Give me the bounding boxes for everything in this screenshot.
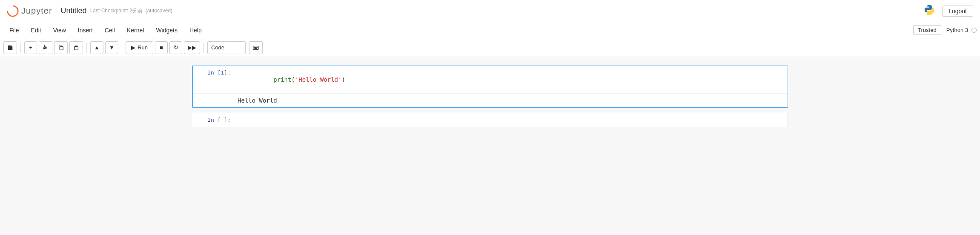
move-up-button[interactable]: ▲ (90, 41, 103, 54)
top-bar: Jupyter Untitled Last Checkpoint: 2分前 (a… (0, 0, 980, 22)
jupyter-wordmark: Jupyter (21, 6, 52, 16)
menu-cell[interactable]: Cell (99, 24, 121, 36)
code-string: 'Hello World' (295, 76, 342, 83)
code-cell-2[interactable]: In [ ]: (192, 113, 788, 127)
menu-kernel[interactable]: Kernel (121, 24, 150, 36)
menu-insert[interactable]: Insert (72, 24, 99, 36)
checkpoint-info: Last Checkpoint: 2分前 (autosaved) (90, 7, 172, 14)
menu-right: Trusted Python 3 (913, 25, 977, 35)
trusted-button[interactable]: Trusted (913, 25, 941, 35)
notebook-title[interactable]: Untitled (61, 6, 87, 15)
svg-rect-6 (255, 47, 256, 47)
restart-run-all-button[interactable]: ▶▶ (184, 41, 200, 54)
code-paren-close: ) (341, 76, 345, 83)
kernel-status-icon (971, 28, 977, 33)
run-button[interactable]: ▶| Run (126, 41, 153, 54)
logo-area: Jupyter (7, 5, 52, 17)
move-down-button[interactable]: ▼ (105, 41, 118, 54)
run-step-icon: ▶| (131, 44, 137, 51)
svg-rect-3 (75, 46, 78, 50)
cut-icon: ✂ (43, 45, 49, 51)
notebook-area: In [1]: print('Hello World') Hello World… (0, 57, 980, 227)
paste-icon (73, 45, 79, 51)
menu-widgets[interactable]: Widgets (150, 24, 183, 36)
toolbar: + ✂ ▲ ▼ ▶| Run ■ ↻ ▶▶ Code Markdown (0, 38, 980, 57)
menu-items: File Edit View Insert Cell Kernel Widget… (3, 24, 208, 36)
save-icon (7, 45, 13, 51)
top-bar-right: Logout (922, 3, 973, 19)
kernel-name: Python 3 (946, 27, 968, 33)
separator-2 (86, 43, 87, 53)
code-cell-1[interactable]: In [1]: print('Hello World') Hello World (192, 66, 788, 108)
cell-input-1[interactable]: print('Hello World') (236, 66, 788, 93)
cell-input-2[interactable] (236, 113, 788, 127)
svg-rect-8 (255, 48, 257, 48)
menu-view[interactable]: View (47, 24, 72, 36)
separator-4 (203, 43, 204, 53)
cell-output-content-1: Hello World (236, 94, 788, 107)
cell-type-select[interactable]: Code Markdown Raw NBConvert Heading (207, 41, 246, 54)
code-paren-open: ( (291, 76, 295, 83)
cell-input-row-1: In [1]: print('Hello World') (193, 66, 788, 93)
cell-prompt-1: In [1]: (193, 66, 236, 79)
keyboard-icon (253, 45, 259, 51)
svg-rect-7 (257, 47, 258, 47)
jupyter-logo-icon (7, 5, 19, 17)
cell-output-prompt-1 (193, 94, 236, 100)
stop-button[interactable]: ■ (155, 41, 168, 54)
separator-3 (122, 43, 122, 53)
copy-button[interactable] (54, 41, 68, 54)
cell-container-2: In [ ]: (183, 113, 797, 127)
menu-file[interactable]: File (3, 24, 25, 36)
separator-1 (20, 43, 21, 53)
svg-rect-2 (60, 46, 63, 50)
cell-input-row-2: In [ ]: (193, 113, 788, 127)
kernel-indicator: Python 3 (946, 27, 977, 33)
keyboard-shortcuts-button[interactable] (249, 41, 263, 54)
menu-edit[interactable]: Edit (25, 24, 47, 36)
python-logo-icon (922, 3, 937, 19)
save-button[interactable] (3, 41, 17, 54)
menu-bar: File Edit View Insert Cell Kernel Widget… (0, 22, 980, 38)
restart-button[interactable]: ↻ (169, 41, 182, 54)
menu-help[interactable]: Help (183, 24, 208, 36)
svg-rect-5 (254, 47, 255, 47)
svg-point-0 (8, 6, 18, 16)
paste-button[interactable] (69, 41, 83, 54)
cut-button[interactable]: ✂ (39, 41, 52, 54)
logout-button[interactable]: Logout (942, 6, 973, 17)
add-cell-button[interactable]: + (24, 41, 37, 54)
cell-container-1: In [1]: print('Hello World') Hello World (183, 66, 797, 108)
run-label: Run (138, 44, 148, 51)
cell-output-row-1: Hello World (193, 93, 788, 107)
copy-icon (58, 45, 64, 51)
code-keyword: print (273, 76, 291, 83)
svg-text:✂: ✂ (43, 46, 46, 50)
cell-prompt-2: In [ ]: (193, 113, 236, 126)
